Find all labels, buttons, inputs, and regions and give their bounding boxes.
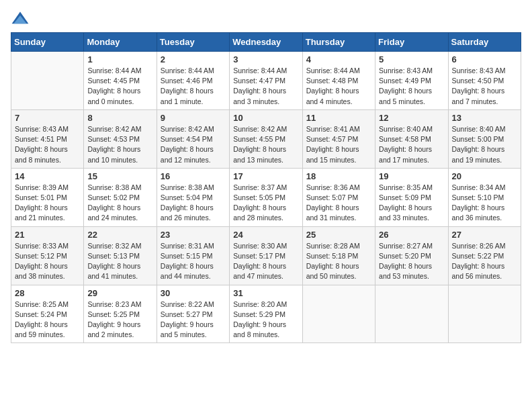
day-number: 15	[87, 171, 152, 181]
day-info: Sunrise: 8:20 AM Sunset: 5:29 PM Dayligh…	[233, 300, 298, 340]
calendar-cell: 17Sunrise: 8:37 AM Sunset: 5:05 PM Dayli…	[230, 168, 302, 226]
day-number: 2	[161, 54, 226, 64]
day-number: 27	[452, 230, 517, 240]
calendar-cell	[302, 285, 375, 343]
calendar-week-row: 28Sunrise: 8:25 AM Sunset: 5:24 PM Dayli…	[11, 285, 521, 343]
day-info: Sunrise: 8:28 AM Sunset: 5:18 PM Dayligh…	[306, 241, 371, 282]
day-number: 29	[87, 288, 152, 298]
day-info: Sunrise: 8:42 AM Sunset: 4:55 PM Dayligh…	[233, 124, 298, 165]
calendar-cell: 23Sunrise: 8:31 AM Sunset: 5:15 PM Dayli…	[157, 226, 229, 285]
day-info: Sunrise: 8:43 AM Sunset: 4:50 PM Dayligh…	[452, 66, 517, 107]
calendar-cell: 4Sunrise: 8:44 AM Sunset: 4:48 PM Daylig…	[302, 52, 375, 110]
day-info: Sunrise: 8:43 AM Sunset: 4:51 PM Dayligh…	[15, 124, 80, 165]
calendar-cell: 27Sunrise: 8:26 AM Sunset: 5:22 PM Dayli…	[448, 226, 521, 285]
calendar-cell	[375, 285, 448, 343]
day-header-saturday: Saturday	[448, 33, 521, 52]
calendar-cell: 5Sunrise: 8:43 AM Sunset: 4:49 PM Daylig…	[375, 52, 448, 110]
day-info: Sunrise: 8:34 AM Sunset: 5:10 PM Dayligh…	[452, 183, 517, 224]
calendar-cell: 15Sunrise: 8:38 AM Sunset: 5:02 PM Dayli…	[84, 168, 157, 226]
day-number: 20	[452, 171, 517, 181]
day-header-wednesday: Wednesday	[230, 33, 302, 52]
day-number: 21	[15, 230, 80, 240]
day-number: 25	[306, 230, 371, 240]
day-header-sunday: Sunday	[11, 33, 84, 52]
day-number: 13	[452, 113, 517, 123]
calendar-cell: 24Sunrise: 8:30 AM Sunset: 5:17 PM Dayli…	[230, 226, 302, 285]
day-number: 26	[379, 230, 444, 240]
day-number: 22	[87, 230, 152, 240]
calendar-cell: 20Sunrise: 8:34 AM Sunset: 5:10 PM Dayli…	[448, 168, 521, 226]
calendar-week-row: 1Sunrise: 8:44 AM Sunset: 4:45 PM Daylig…	[11, 52, 521, 110]
day-number: 3	[233, 54, 298, 64]
day-info: Sunrise: 8:38 AM Sunset: 5:02 PM Dayligh…	[87, 183, 152, 224]
calendar-cell: 13Sunrise: 8:40 AM Sunset: 5:00 PM Dayli…	[448, 109, 521, 168]
calendar-cell: 10Sunrise: 8:42 AM Sunset: 4:55 PM Dayli…	[230, 109, 302, 168]
day-number: 23	[161, 230, 226, 240]
day-info: Sunrise: 8:40 AM Sunset: 4:58 PM Dayligh…	[379, 124, 444, 165]
calendar-cell	[448, 285, 521, 343]
day-info: Sunrise: 8:33 AM Sunset: 5:12 PM Dayligh…	[15, 241, 80, 282]
day-info: Sunrise: 8:25 AM Sunset: 5:24 PM Dayligh…	[15, 300, 80, 340]
calendar-cell: 7Sunrise: 8:43 AM Sunset: 4:51 PM Daylig…	[11, 109, 84, 168]
day-info: Sunrise: 8:31 AM Sunset: 5:15 PM Dayligh…	[161, 241, 226, 282]
calendar-cell: 8Sunrise: 8:42 AM Sunset: 4:53 PM Daylig…	[84, 109, 157, 168]
calendar-week-row: 14Sunrise: 8:39 AM Sunset: 5:01 PM Dayli…	[11, 168, 521, 226]
day-info: Sunrise: 8:39 AM Sunset: 5:01 PM Dayligh…	[15, 183, 80, 224]
calendar-cell: 18Sunrise: 8:36 AM Sunset: 5:07 PM Dayli…	[302, 168, 375, 226]
day-info: Sunrise: 8:23 AM Sunset: 5:25 PM Dayligh…	[87, 300, 152, 340]
calendar-table: SundayMondayTuesdayWednesdayThursdayFrid…	[11, 32, 521, 343]
calendar-cell: 29Sunrise: 8:23 AM Sunset: 5:25 PM Dayli…	[84, 285, 157, 343]
day-info: Sunrise: 8:26 AM Sunset: 5:22 PM Dayligh…	[452, 241, 517, 282]
calendar-cell	[11, 52, 84, 110]
page-header	[11, 11, 521, 26]
day-number: 9	[161, 113, 226, 123]
logo-icon	[11, 11, 30, 26]
calendar-cell: 14Sunrise: 8:39 AM Sunset: 5:01 PM Dayli…	[11, 168, 84, 226]
day-info: Sunrise: 8:37 AM Sunset: 5:05 PM Dayligh…	[233, 183, 298, 224]
calendar-week-row: 21Sunrise: 8:33 AM Sunset: 5:12 PM Dayli…	[11, 226, 521, 285]
day-number: 30	[161, 288, 226, 298]
day-number: 12	[379, 113, 444, 123]
day-number: 8	[87, 113, 152, 123]
day-info: Sunrise: 8:44 AM Sunset: 4:46 PM Dayligh…	[161, 66, 226, 107]
day-number: 1	[87, 54, 152, 64]
day-number: 24	[233, 230, 298, 240]
logo	[11, 11, 32, 26]
day-info: Sunrise: 8:36 AM Sunset: 5:07 PM Dayligh…	[306, 183, 371, 224]
day-info: Sunrise: 8:43 AM Sunset: 4:49 PM Dayligh…	[379, 66, 444, 107]
day-number: 17	[233, 171, 298, 181]
day-header-tuesday: Tuesday	[157, 33, 229, 52]
day-number: 18	[306, 171, 371, 181]
day-info: Sunrise: 8:27 AM Sunset: 5:20 PM Dayligh…	[379, 241, 444, 282]
day-number: 7	[15, 113, 80, 123]
calendar-cell: 25Sunrise: 8:28 AM Sunset: 5:18 PM Dayli…	[302, 226, 375, 285]
calendar-header-row: SundayMondayTuesdayWednesdayThursdayFrid…	[11, 33, 521, 52]
day-info: Sunrise: 8:44 AM Sunset: 4:45 PM Dayligh…	[87, 66, 152, 107]
calendar-cell: 3Sunrise: 8:44 AM Sunset: 4:47 PM Daylig…	[230, 52, 302, 110]
day-number: 19	[379, 171, 444, 181]
calendar-cell: 12Sunrise: 8:40 AM Sunset: 4:58 PM Dayli…	[375, 109, 448, 168]
calendar-cell: 11Sunrise: 8:41 AM Sunset: 4:57 PM Dayli…	[302, 109, 375, 168]
calendar-cell: 22Sunrise: 8:32 AM Sunset: 5:13 PM Dayli…	[84, 226, 157, 285]
day-number: 31	[233, 288, 298, 298]
calendar-cell: 26Sunrise: 8:27 AM Sunset: 5:20 PM Dayli…	[375, 226, 448, 285]
day-info: Sunrise: 8:35 AM Sunset: 5:09 PM Dayligh…	[379, 183, 444, 224]
calendar-cell: 2Sunrise: 8:44 AM Sunset: 4:46 PM Daylig…	[157, 52, 229, 110]
day-info: Sunrise: 8:42 AM Sunset: 4:54 PM Dayligh…	[161, 124, 226, 165]
day-number: 6	[452, 54, 517, 64]
day-info: Sunrise: 8:41 AM Sunset: 4:57 PM Dayligh…	[306, 124, 371, 165]
day-number: 5	[379, 54, 444, 64]
day-number: 16	[161, 171, 226, 181]
day-number: 28	[15, 288, 80, 298]
day-info: Sunrise: 8:42 AM Sunset: 4:53 PM Dayligh…	[87, 124, 152, 165]
day-number: 11	[306, 113, 371, 123]
day-info: Sunrise: 8:44 AM Sunset: 4:48 PM Dayligh…	[306, 66, 371, 107]
calendar-cell: 9Sunrise: 8:42 AM Sunset: 4:54 PM Daylig…	[157, 109, 229, 168]
calendar-week-row: 7Sunrise: 8:43 AM Sunset: 4:51 PM Daylig…	[11, 109, 521, 168]
calendar-cell: 6Sunrise: 8:43 AM Sunset: 4:50 PM Daylig…	[448, 52, 521, 110]
day-number: 10	[233, 113, 298, 123]
day-number: 14	[15, 171, 80, 181]
calendar-cell: 28Sunrise: 8:25 AM Sunset: 5:24 PM Dayli…	[11, 285, 84, 343]
day-info: Sunrise: 8:38 AM Sunset: 5:04 PM Dayligh…	[161, 183, 226, 224]
day-info: Sunrise: 8:32 AM Sunset: 5:13 PM Dayligh…	[87, 241, 152, 282]
